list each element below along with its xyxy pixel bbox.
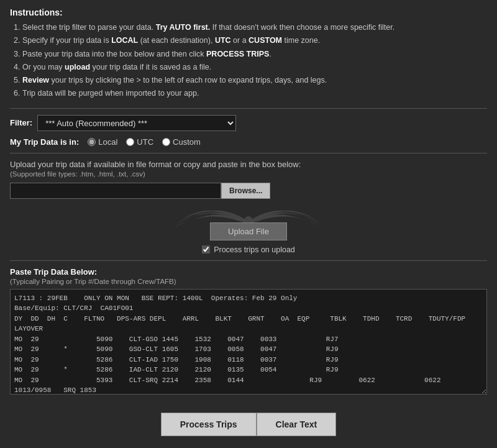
wings-upload-container: Upload File — [10, 204, 487, 240]
browse-button[interactable]: Browse... — [221, 183, 270, 199]
radio-custom[interactable] — [162, 138, 170, 146]
filter-select[interactable]: *** Auto (Recommended) *** — [37, 115, 236, 131]
instruction-item-5: Review your trips by clicking the > to t… — [22, 74, 487, 87]
clear-text-button[interactable]: Clear Text — [257, 413, 337, 436]
upload-section: Upload your trip data if available in fi… — [10, 160, 487, 254]
paste-subtitle: (Typically Pairing or Trip #/Date throug… — [10, 278, 487, 285]
process-on-upload-label: Process trips on upload — [214, 245, 295, 254]
timezone-row: My Trip Data is in: Local UTC Custom — [10, 137, 487, 147]
filter-row: Filter: *** Auto (Recommended) *** — [10, 115, 487, 131]
radio-utc-text: UTC — [137, 137, 153, 147]
timezone-label: My Trip Data is in: — [10, 137, 79, 147]
instruction-item-2: Specify if your trip data is LOCAL (at e… — [22, 34, 487, 47]
divider-3 — [10, 260, 487, 261]
radio-local-label[interactable]: Local — [88, 137, 117, 147]
bottom-buttons: Process Trips Clear Text — [0, 404, 497, 442]
filter-label: Filter: — [10, 118, 32, 127]
instruction-item-4: Or you may upload your trip data if it i… — [22, 61, 487, 74]
divider-1 — [10, 108, 487, 109]
instruction-item-1: Select the trip filter to parse your dat… — [22, 21, 487, 34]
paste-section: Paste Trip Data Below: (Typically Pairin… — [10, 267, 487, 396]
radio-local[interactable] — [88, 138, 96, 146]
radio-custom-text: Custom — [173, 137, 201, 147]
upload-file-button[interactable]: Upload File — [210, 222, 287, 240]
instruction-item-6: Trip data will be purged when imported t… — [22, 87, 487, 100]
radio-custom-label[interactable]: Custom — [162, 137, 201, 147]
trip-data-textarea[interactable] — [10, 289, 487, 395]
file-input-row: Browse... — [10, 183, 487, 199]
file-path-input[interactable] — [10, 183, 221, 199]
radio-utc-label[interactable]: UTC — [126, 137, 153, 147]
radio-group-timezone: Local UTC Custom — [88, 137, 201, 147]
instructions-title: Instructions: — [10, 7, 487, 17]
upload-desc: Upload your trip data if available in fi… — [10, 160, 487, 169]
instructions-section: Instructions: Select the trip filter to … — [10, 7, 487, 101]
radio-local-text: Local — [98, 137, 117, 147]
upload-supported: (Supported file types: .htm, .html, .txt… — [10, 170, 487, 178]
paste-title: Paste Trip Data Below: — [10, 267, 487, 277]
radio-utc[interactable] — [126, 138, 134, 146]
main-container: Instructions: Select the trip filter to … — [0, 0, 497, 404]
process-on-upload-checkbox[interactable] — [202, 245, 210, 254]
divider-2 — [10, 153, 487, 153]
process-on-upload-row: Process trips on upload — [10, 245, 487, 254]
instructions-list: Select the trip filter to parse your dat… — [10, 21, 487, 101]
instruction-item-3: Paste your trip data into the box below … — [22, 48, 487, 61]
process-trips-button[interactable]: Process Trips — [161, 413, 257, 436]
